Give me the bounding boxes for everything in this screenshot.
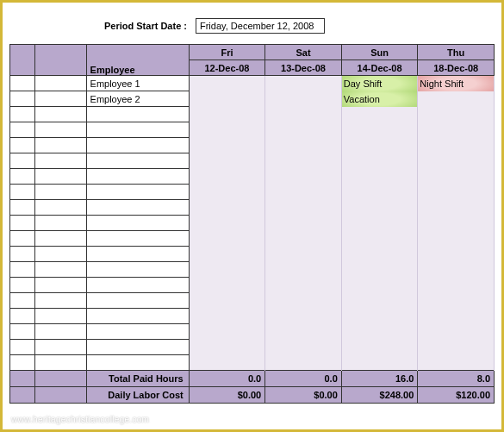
employee-cell[interactable] bbox=[86, 169, 189, 185]
cell-blank-a[interactable] bbox=[10, 185, 35, 200]
day-cell[interactable] bbox=[418, 293, 495, 309]
cell-blank-a[interactable] bbox=[10, 107, 35, 122]
employee-cell[interactable]: Employee 1 bbox=[86, 76, 189, 91]
day-cell[interactable] bbox=[265, 324, 342, 340]
day-cell[interactable] bbox=[189, 340, 265, 355]
employee-cell[interactable] bbox=[86, 247, 189, 262]
day-cell[interactable] bbox=[418, 262, 495, 278]
cell-blank-a[interactable] bbox=[10, 262, 35, 278]
day-cell[interactable] bbox=[418, 200, 495, 216]
cell-blank-b[interactable] bbox=[34, 262, 86, 278]
cell-blank-b[interactable] bbox=[34, 169, 86, 185]
day-cell[interactable] bbox=[189, 122, 265, 138]
day-cell[interactable] bbox=[265, 185, 342, 200]
day-cell[interactable] bbox=[418, 169, 495, 185]
shift-badge[interactable]: Day Shift bbox=[342, 76, 418, 91]
shift-badge[interactable]: Vacation bbox=[342, 91, 418, 107]
day-cell[interactable] bbox=[418, 309, 495, 324]
day-cell[interactable] bbox=[341, 231, 418, 247]
cell-blank-a[interactable] bbox=[10, 293, 35, 309]
day-cell[interactable] bbox=[341, 185, 418, 200]
cell-blank-a[interactable] bbox=[10, 138, 35, 153]
day-cell[interactable] bbox=[418, 340, 495, 355]
cell-blank-b[interactable] bbox=[34, 200, 86, 216]
day-cell[interactable] bbox=[189, 138, 265, 153]
employee-cell[interactable] bbox=[86, 262, 189, 278]
day-cell[interactable] bbox=[265, 247, 342, 262]
employee-cell[interactable] bbox=[86, 355, 189, 371]
day-cell[interactable] bbox=[189, 355, 265, 371]
cell-blank-a[interactable] bbox=[10, 355, 35, 371]
cell-blank-a[interactable] bbox=[10, 122, 35, 138]
cell-blank-a[interactable] bbox=[10, 153, 35, 169]
cell-blank-b[interactable] bbox=[34, 278, 86, 293]
employee-cell[interactable] bbox=[86, 231, 189, 247]
day-cell[interactable] bbox=[418, 247, 495, 262]
cell-blank-b[interactable] bbox=[34, 122, 86, 138]
employee-cell[interactable] bbox=[86, 200, 189, 216]
employee-cell[interactable] bbox=[86, 185, 189, 200]
day-cell[interactable] bbox=[418, 91, 495, 107]
employee-cell[interactable] bbox=[86, 293, 189, 309]
day-cell[interactable] bbox=[265, 200, 342, 216]
day-cell[interactable] bbox=[189, 262, 265, 278]
day-cell[interactable] bbox=[265, 262, 342, 278]
cell-blank-a[interactable] bbox=[10, 247, 35, 262]
day-cell[interactable] bbox=[189, 309, 265, 324]
day-cell[interactable] bbox=[265, 278, 342, 293]
day-cell[interactable]: Day Shift bbox=[341, 76, 418, 91]
day-cell[interactable] bbox=[265, 231, 342, 247]
employee-cell[interactable]: Employee 2 bbox=[86, 91, 189, 107]
day-cell[interactable] bbox=[418, 138, 495, 153]
day-cell[interactable] bbox=[418, 355, 495, 371]
day-cell[interactable] bbox=[265, 355, 342, 371]
cell-blank-b[interactable] bbox=[34, 107, 86, 122]
day-cell[interactable] bbox=[265, 169, 342, 185]
day-cell[interactable] bbox=[341, 247, 418, 262]
day-cell[interactable] bbox=[265, 76, 342, 91]
cell-blank-a[interactable] bbox=[10, 309, 35, 324]
day-cell[interactable] bbox=[265, 293, 342, 309]
day-cell[interactable] bbox=[265, 153, 342, 169]
day-cell[interactable] bbox=[418, 122, 495, 138]
day-cell[interactable] bbox=[189, 231, 265, 247]
day-cell[interactable] bbox=[341, 355, 418, 371]
cell-blank-a[interactable] bbox=[10, 200, 35, 216]
day-cell[interactable] bbox=[189, 91, 265, 107]
cell-blank-a[interactable] bbox=[10, 324, 35, 340]
day-cell[interactable] bbox=[265, 216, 342, 231]
cell-blank-b[interactable] bbox=[34, 185, 86, 200]
cell-blank-a[interactable] bbox=[10, 216, 35, 231]
day-cell[interactable] bbox=[189, 324, 265, 340]
day-cell[interactable] bbox=[341, 293, 418, 309]
employee-cell[interactable] bbox=[86, 309, 189, 324]
day-cell[interactable] bbox=[341, 262, 418, 278]
employee-cell[interactable] bbox=[86, 324, 189, 340]
cell-blank-b[interactable] bbox=[34, 216, 86, 231]
cell-blank-b[interactable] bbox=[34, 247, 86, 262]
day-cell[interactable] bbox=[341, 200, 418, 216]
day-cell[interactable] bbox=[418, 185, 495, 200]
cell-blank-b[interactable] bbox=[34, 340, 86, 355]
day-cell[interactable] bbox=[189, 278, 265, 293]
employee-cell[interactable] bbox=[86, 122, 189, 138]
day-cell[interactable] bbox=[418, 107, 495, 122]
cell-blank-b[interactable] bbox=[34, 324, 86, 340]
cell-blank-b[interactable] bbox=[34, 355, 86, 371]
day-cell[interactable] bbox=[265, 91, 342, 107]
cell-blank-b[interactable] bbox=[34, 91, 86, 107]
day-cell[interactable] bbox=[265, 309, 342, 324]
day-cell[interactable] bbox=[341, 138, 418, 153]
shift-badge[interactable]: Night Shift bbox=[418, 76, 494, 91]
day-cell[interactable] bbox=[189, 293, 265, 309]
day-cell[interactable] bbox=[265, 107, 342, 122]
day-cell[interactable] bbox=[418, 153, 495, 169]
employee-cell[interactable] bbox=[86, 153, 189, 169]
employee-cell[interactable] bbox=[86, 138, 189, 153]
day-cell[interactable] bbox=[341, 107, 418, 122]
day-cell[interactable]: Night Shift bbox=[418, 76, 495, 91]
day-cell[interactable] bbox=[341, 169, 418, 185]
employee-cell[interactable] bbox=[86, 340, 189, 355]
day-cell[interactable]: Vacation bbox=[341, 91, 418, 107]
day-cell[interactable] bbox=[418, 216, 495, 231]
